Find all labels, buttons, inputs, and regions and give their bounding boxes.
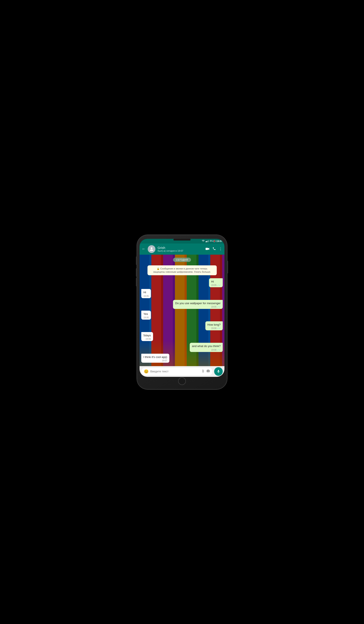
message-row: Hi 19:05 xyxy=(141,289,223,298)
message-meta: 19:06 xyxy=(143,338,151,340)
message-meta: 19:05 xyxy=(143,295,149,297)
message-time: 19:06 xyxy=(143,316,149,319)
message-text: Hi xyxy=(143,291,146,294)
message-meta: 19:05 ✓✓ xyxy=(211,284,221,286)
svg-point-2 xyxy=(208,370,208,371)
app-bar: ← Grish был(-а) сегодня в 19:07 xyxy=(140,243,224,255)
wifi-icon xyxy=(202,240,205,242)
message-text: 5days xyxy=(143,334,151,337)
message-bubble: 5days 19:06 xyxy=(141,332,153,341)
message-meta: 19:05 ✓✓ xyxy=(175,306,221,308)
message-row: Do you use wallpaper for messenger 19:05… xyxy=(141,300,223,309)
contact-name: Grish xyxy=(157,246,204,250)
camera-button[interactable] xyxy=(207,369,210,374)
emoji-button[interactable]: 😊 xyxy=(144,369,149,374)
phone-bottom xyxy=(140,377,224,385)
video-call-button[interactable] xyxy=(206,247,209,251)
encryption-notice: 🔒 Сообщения и звонки в данном чате тепер… xyxy=(148,265,217,275)
message-meta: 19:06 xyxy=(143,316,149,319)
message-row: Hi 19:05 ✓✓ xyxy=(141,278,223,287)
speaker-grille xyxy=(173,239,191,240)
battery-indicator: 8% xyxy=(210,240,215,242)
svg-point-0 xyxy=(151,247,153,249)
message-input[interactable] xyxy=(150,370,200,373)
message-meta: 19:07 xyxy=(143,360,167,362)
chat-content: СЕГОДНЯ 🔒 Сообщения и звонки в данном ча… xyxy=(140,255,224,365)
voice-call-button[interactable] xyxy=(212,247,216,251)
message-text: Do you use wallpaper for messenger xyxy=(175,302,221,305)
message-bubble: Hi 19:05 ✓✓ xyxy=(209,278,223,287)
message-meta: 19:06 ✓✓ xyxy=(208,327,221,330)
input-field-wrap: 😊 xyxy=(141,368,212,375)
message-row: 5days 19:06 xyxy=(141,332,223,341)
phone-screen: 8% 19:07 ← Grish был(-а) сегодня в 19:07 xyxy=(140,239,224,377)
message-text: How long? xyxy=(208,323,221,326)
message-meta: 19:06 ✓✓ xyxy=(192,349,221,351)
home-button[interactable] xyxy=(178,377,186,385)
mic-button[interactable] xyxy=(214,367,223,376)
back-button[interactable]: ← xyxy=(142,247,146,251)
message-time: 19:05 xyxy=(211,306,216,308)
message-time: 19:06 xyxy=(146,338,151,340)
message-time: 19:05 xyxy=(211,284,216,286)
message-text: Yes xyxy=(143,312,148,315)
message-row: Yes 19:06 xyxy=(141,311,223,320)
message-time: 19:06 xyxy=(211,327,216,330)
message-bubble: How long? 19:06 ✓✓ xyxy=(205,321,223,330)
signal-icon xyxy=(206,240,209,242)
avatar[interactable] xyxy=(148,245,156,253)
message-bubble: Do you use wallpaper for messenger 19:05… xyxy=(173,300,223,309)
action-icons: ⋮ xyxy=(206,247,222,251)
phone-device: 8% 19:07 ← Grish был(-а) сегодня в 19:07 xyxy=(137,235,227,389)
message-time: 19:07 xyxy=(162,360,167,362)
message-text: I think it's cool app) xyxy=(143,355,167,359)
message-time: 19:05 xyxy=(143,295,149,297)
message-time: 19:06 xyxy=(211,349,216,351)
read-receipt-icon: ✓✓ xyxy=(217,284,221,286)
contact-info: Grish был(-а) сегодня в 19:07 xyxy=(157,246,204,252)
read-receipt-icon: ✓✓ xyxy=(217,349,221,351)
more-options-button[interactable]: ⋮ xyxy=(219,247,222,251)
message-row: I think it's cool app) 19:07 xyxy=(141,354,223,363)
svg-rect-1 xyxy=(206,248,208,250)
contact-status: был(-а) сегодня в 19:07 xyxy=(157,250,204,252)
message-row: How long? 19:06 ✓✓ xyxy=(141,321,223,330)
attach-button[interactable] xyxy=(201,369,205,374)
message-row: and what do you think? 19:06 ✓✓ xyxy=(141,343,223,352)
status-time: 19:07 xyxy=(216,240,222,242)
status-icons: 8% 19:07 xyxy=(202,240,222,242)
message-bubble: Yes 19:06 xyxy=(141,311,151,320)
message-bubble: and what do you think? 19:06 ✓✓ xyxy=(190,343,223,352)
message-text: Hi xyxy=(211,280,214,283)
input-bar: 😊 xyxy=(140,366,224,377)
read-receipt-icon: ✓✓ xyxy=(217,306,221,308)
message-bubble: Hi 19:05 xyxy=(141,289,151,298)
date-badge: СЕГОДНЯ xyxy=(173,258,191,262)
read-receipt-icon: ✓✓ xyxy=(217,327,221,330)
message-text: and what do you think? xyxy=(192,344,221,348)
chat-area: СЕГОДНЯ 🔒 Сообщения и звонки в данном ча… xyxy=(140,255,224,366)
message-bubble: I think it's cool app) 19:07 xyxy=(141,354,169,363)
